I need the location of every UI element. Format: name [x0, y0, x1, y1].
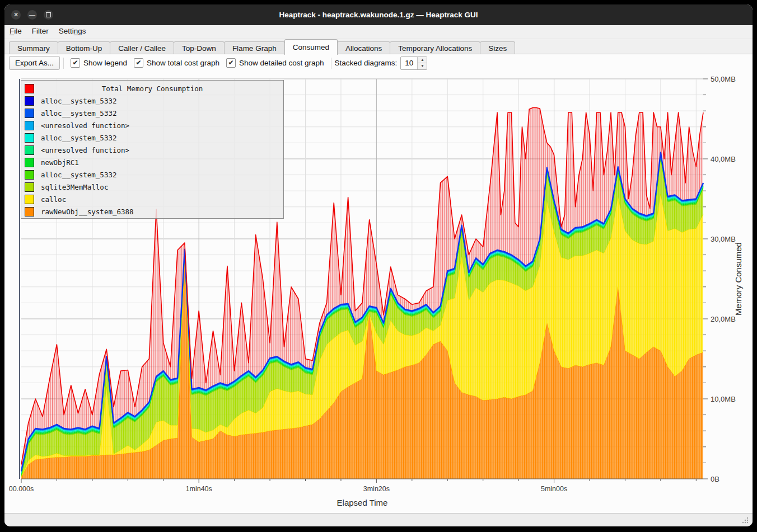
export-as-button[interactable]: Export As... — [9, 56, 60, 70]
menu-settings[interactable]: Settings — [54, 25, 91, 37]
legend-title-row: Total Memory Consumption — [21, 82, 283, 95]
tab-bar: SummaryBottom-UpCaller / CalleeTop-DownF… — [4, 39, 753, 54]
checkbox-box[interactable]: ✔ — [134, 58, 143, 68]
chart-legend: Total Memory Consumptionalloc__system_53… — [21, 80, 284, 219]
legend-label: newObjRC1 — [41, 158, 79, 167]
legend-item: newObjRC1 — [21, 156, 283, 168]
y-axis-tick-label: 0B — [711, 475, 719, 483]
resize-grip-icon[interactable] — [741, 516, 749, 524]
toolbar-separator — [63, 58, 64, 69]
legend-label: <unresolved function> — [41, 146, 129, 154]
checkbox-box[interactable]: ✔ — [71, 58, 80, 68]
legend-item: alloc__system_5332 — [21, 168, 283, 181]
stacked-diagrams-value: 10 — [401, 57, 417, 69]
legend-swatch — [25, 207, 34, 216]
spin-up-icon[interactable]: ▲ — [418, 57, 427, 64]
legend-item: alloc__system_5332 — [21, 131, 283, 144]
legend-label: alloc__system_5332 — [41, 97, 116, 105]
checkbox-box[interactable]: ✔ — [226, 58, 236, 68]
legend-swatch — [25, 133, 34, 143]
legend-item: alloc__system_5332 — [21, 107, 283, 119]
menu-bar: FileFilterSettings — [4, 25, 753, 39]
legend-label: <unresolved function> — [41, 121, 129, 130]
legend-label: alloc__system_5332 — [41, 134, 116, 142]
legend-item: calloc — [21, 193, 283, 205]
checkbox-show-total-cost-graph[interactable]: ✔Show total cost graph — [134, 58, 219, 68]
legend-item: rawNewObj__system_6388 — [21, 205, 283, 218]
checkbox-label: Show detailed cost graph — [239, 59, 324, 67]
menu-filter[interactable]: Filter — [27, 25, 54, 37]
legend-swatch — [25, 121, 34, 130]
legend-label: alloc__system_5332 — [41, 171, 116, 179]
menu-file[interactable]: File — [4, 25, 27, 37]
legend-label: alloc__system_5332 — [41, 109, 116, 117]
x-axis-tick-label: 3min20s — [363, 485, 390, 493]
x-axis-tick-label: 5min00s — [541, 485, 567, 493]
tab-consumed[interactable]: Consumed — [284, 39, 338, 55]
window-body: ✕ — Heaptrack - heaptrack.wakunode.1.gz … — [4, 4, 753, 526]
legend-swatch — [25, 96, 34, 106]
legend-swatch — [25, 195, 34, 204]
y-axis-tick-label: 50,0MB — [711, 75, 736, 83]
legend-item: alloc__system_5332 — [21, 95, 283, 107]
legend-swatch — [25, 145, 34, 155]
x-axis-title: Elapsed Time — [337, 498, 388, 507]
x-axis-tick-label: 00.000s — [9, 485, 34, 493]
stacked-diagrams-label: Stacked diagrams: — [335, 59, 398, 67]
legend-item: <unresolved function> — [21, 119, 283, 131]
x-axis-tick-label: 1min40s — [186, 485, 212, 493]
legend-label: calloc — [41, 195, 66, 204]
toolbar: Export As... ✔Show legend✔Show total cos… — [4, 54, 753, 72]
legend-label: rawNewObj__system_6388 — [41, 208, 134, 216]
checkbox-show-legend[interactable]: ✔Show legend — [71, 58, 127, 68]
y-axis-tick-label: 20,0MB — [711, 315, 736, 323]
memory-consumption-chart[interactable]: 00.000s1min40s3min20s5min00sElapsed Time… — [4, 71, 753, 513]
title-bar: ✕ — Heaptrack - heaptrack.wakunode.1.gz … — [4, 4, 753, 25]
checkbox-label: Show legend — [83, 59, 127, 67]
legend-swatch — [25, 109, 34, 118]
y-axis-tick-label: 30,0MB — [711, 235, 736, 243]
y-axis-tick-label: 10,0MB — [711, 395, 736, 403]
legend-label: sqlite3MemMalloc — [41, 183, 108, 191]
legend-item: <unresolved function> — [21, 144, 283, 156]
checkbox-label: Show total cost graph — [147, 59, 219, 67]
legend-swatch — [25, 158, 34, 167]
spin-down-icon[interactable]: ▼ — [418, 63, 427, 69]
window-title: Heaptrack - heaptrack.wakunode.1.gz — He… — [4, 4, 753, 25]
legend-swatch — [25, 182, 34, 192]
y-axis-tick-label: 40,0MB — [711, 155, 736, 163]
y-axis-title: Memory Consumed — [733, 242, 743, 316]
status-bar — [4, 513, 753, 526]
app-window: ✕ — Heaptrack - heaptrack.wakunode.1.gz … — [0, 0, 757, 532]
checkbox-show-detailed-cost-graph[interactable]: ✔Show detailed cost graph — [226, 58, 324, 68]
legend-item: sqlite3MemMalloc — [21, 181, 283, 193]
legend-title: Total Memory Consumption — [21, 84, 283, 93]
legend-swatch — [25, 170, 34, 180]
stacked-diagrams-stepper[interactable]: 10 ▲ ▼ — [400, 57, 427, 70]
toolbar-separator — [331, 58, 331, 69]
